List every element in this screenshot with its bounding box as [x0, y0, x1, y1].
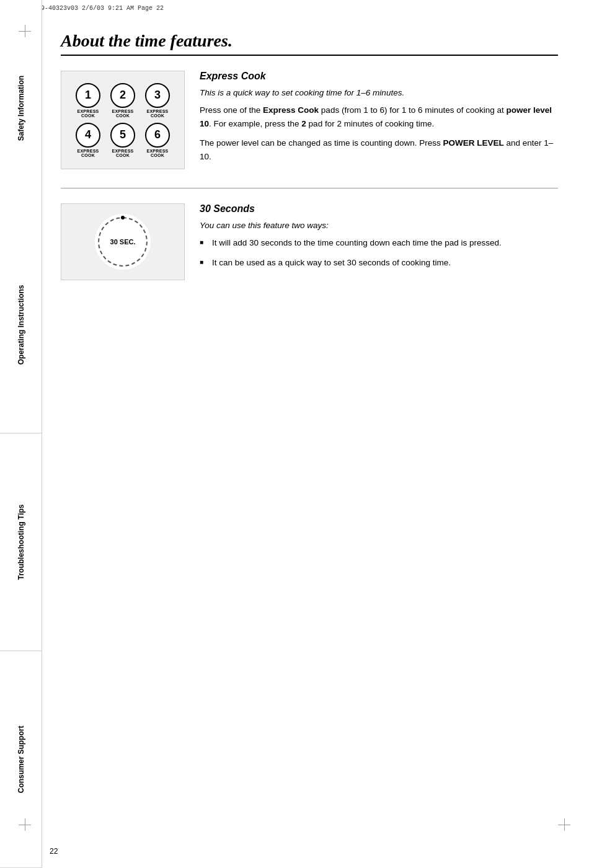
key-3[interactable]: 3 EXPRESS COOK: [143, 83, 172, 118]
key-5[interactable]: 5 EXPRESS COOK: [108, 123, 138, 157]
sidebar-item-consumer[interactable]: Consumer Support: [0, 651, 42, 868]
key-4-circle: 4: [76, 123, 100, 148]
key-2-label: EXPRESS COOK: [108, 109, 138, 118]
30-seconds-subtitle: You can use this feature two ways:: [200, 221, 558, 230]
crosshair-bottom-left: [19, 818, 31, 831]
express-cook-heading: Express Cook: [200, 71, 558, 82]
key-4[interactable]: 4 EXPRESS COOK: [73, 123, 103, 157]
key-5-label: EXPRESS COOK: [108, 149, 138, 157]
30-seconds-bullets: It will add 30 seconds to the time count…: [200, 236, 558, 269]
key-6-label: EXPRESS COOK: [143, 149, 172, 157]
title-divider: [61, 55, 558, 56]
30-sec-button[interactable]: 30 SEC.: [95, 214, 151, 270]
30-seconds-section: 30 SEC. 30 Seconds You can use this feat…: [61, 203, 558, 280]
sidebar-item-operating[interactable]: Operating Instructions: [0, 216, 42, 433]
30-seconds-text: 30 Seconds You can use this feature two …: [200, 203, 558, 280]
key-1-label: EXPRESS COOK: [73, 109, 103, 118]
30-seconds-image: 30 SEC.: [61, 203, 185, 280]
30-sec-button-container: 30 SEC.: [71, 214, 174, 270]
section-divider: [61, 188, 558, 188]
key-5-circle: 5: [110, 123, 135, 148]
30-sec-button-inner: 30 SEC.: [98, 217, 148, 267]
key-2[interactable]: 2 EXPRESS COOK: [108, 83, 138, 118]
express-cook-section: 1 EXPRESS COOK 2 EXPRESS COOK 3 EXPRESS …: [61, 71, 558, 169]
key-2-circle: 2: [110, 83, 135, 108]
express-cook-keypad: 1 EXPRESS COOK 2 EXPRESS COOK 3 EXPRESS …: [73, 83, 172, 157]
key-1[interactable]: 1 EXPRESS COOK: [73, 83, 103, 118]
bullet-2: It can be used as a quick way to set 30 …: [200, 256, 558, 270]
page-number: 22: [50, 847, 58, 856]
crosshair-top-left: [19, 25, 31, 37]
express-cook-subtitle: This is a quick way to set cooking time …: [200, 88, 558, 97]
30-seconds-heading: 30 Seconds: [200, 203, 558, 215]
print-header: 49-40323v03 2/6/03 9:21 AM Page 22: [37, 5, 164, 12]
key-4-label: EXPRESS COOK: [73, 149, 103, 157]
express-cook-text: Express Cook This is a quick way to set …: [200, 71, 558, 169]
key-6-circle: 6: [145, 123, 170, 148]
bullet-1: It will add 30 seconds to the time count…: [200, 236, 558, 250]
express-cook-para2: The power level can be changed as time i…: [200, 136, 558, 163]
page-title: About the time features.: [61, 31, 558, 51]
key-1-circle: 1: [76, 83, 100, 108]
key-3-label: EXPRESS COOK: [143, 109, 172, 118]
sidebar-item-troubleshooting[interactable]: Troubleshooting Tips: [0, 434, 42, 651]
sec-button-dot: [121, 216, 125, 219]
sec-button-text: 30 SEC.: [110, 238, 136, 246]
express-cook-para1: Press one of the Express Cook pads (from…: [200, 104, 558, 130]
express-cook-image: 1 EXPRESS COOK 2 EXPRESS COOK 3 EXPRESS …: [61, 71, 185, 169]
side-tabs: Safety Information Operating Instruction…: [0, 0, 42, 868]
main-content: About the time features. 1 EXPRESS COOK …: [42, 19, 577, 856]
crosshair-bottom-right: [558, 818, 570, 831]
key-6[interactable]: 6 EXPRESS COOK: [143, 123, 172, 157]
key-3-circle: 3: [145, 83, 170, 108]
